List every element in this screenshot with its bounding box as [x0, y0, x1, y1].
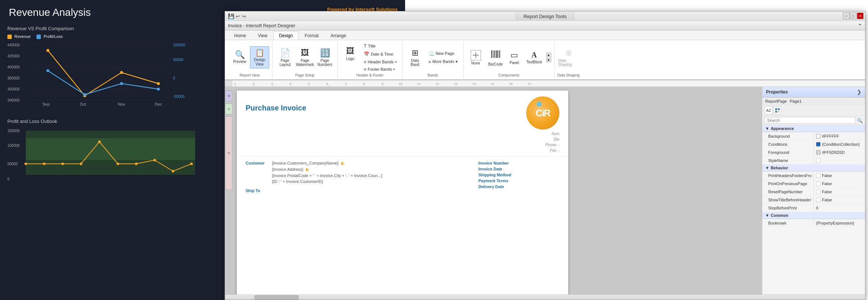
svg-text:15: 15: [491, 82, 494, 85]
svg-text:100000: 100000: [7, 144, 20, 148]
invoice-number-label: Invoice Number: [478, 161, 523, 165]
category-view-button[interactable]: [773, 106, 781, 114]
customer-row3: [Invoice.PostalCode + ' ' + Invoice.City…: [246, 173, 382, 178]
group-header-footer: 🖼 Logo T Title 📅 Date & Time: [338, 42, 403, 78]
prop-foreground-val[interactable]: #FF5D5D5D: [814, 148, 865, 156]
delivery-date-label: Delivery Date: [478, 184, 523, 189]
az-sort-button[interactable]: AZ: [765, 106, 773, 114]
prop-stylename-val[interactable]: [814, 156, 865, 164]
header-bands-button[interactable]: ≡ Header Bands ▾: [361, 59, 399, 65]
delivery-date-row: Delivery Date: [478, 184, 559, 189]
scroll-down[interactable]: ▼: [546, 58, 551, 62]
tab-view[interactable]: View: [252, 31, 273, 40]
prop-st-val[interactable]: False: [814, 196, 865, 204]
prop-resetpagenumber: ResetPageNumber False: [762, 188, 865, 196]
section-common-label: Common: [771, 213, 788, 218]
prop-phf-val[interactable]: False: [814, 172, 865, 179]
redo-icon[interactable]: ↪: [242, 13, 246, 19]
svg-text:Oct: Oct: [80, 102, 86, 106]
phf-swatch: [816, 173, 820, 178]
footer-bands-icon: ≡: [364, 67, 366, 71]
collapse-icon[interactable]: ⌃: [858, 23, 862, 29]
svg-point-44: [62, 163, 64, 165]
header-bands-arrow: ▾: [395, 60, 397, 64]
bands-content: ⊞ Data Band 📃 New Page ≡ More Bands ▾: [405, 42, 460, 73]
maximize-button[interactable]: □: [850, 13, 857, 19]
page-setup-buttons: 📄 Page Layout 🖼 Page Watermark 🔢 Page Nu…: [275, 42, 334, 73]
minimize-button[interactable]: ─: [843, 13, 850, 19]
page-layout-button[interactable]: 📄 Page Layout: [275, 46, 295, 68]
prop-stopbeforeprint: StopBeforePrint 0: [762, 204, 865, 212]
svg-rect-60: [495, 50, 496, 58]
preview-icon: 🔍: [235, 51, 245, 59]
prop-background-val[interactable]: #FFFFFF: [814, 132, 865, 140]
section-behavior[interactable]: ▼ Behavior: [762, 165, 865, 172]
date-time-button[interactable]: 📅 Date & Time: [361, 50, 399, 58]
prop-bookmark-val[interactable]: {PropertyExpression}: [814, 219, 865, 227]
panel-button[interactable]: ▭ Panel: [506, 49, 523, 66]
more-bands-icon: ≡: [429, 60, 431, 64]
page-watermark-button[interactable]: 🖼 Page Watermark: [295, 46, 314, 68]
canvas-area[interactable]: B H D Purchase Invoice CiR: [225, 87, 762, 294]
rpn-swatch: [816, 190, 820, 194]
svg-point-18: [120, 71, 123, 74]
prop-conditions-val[interactable]: {ConditionCollection}: [814, 140, 865, 148]
horizontal-scrollbar[interactable]: [225, 294, 865, 300]
prop-sbp-val[interactable]: 0: [814, 204, 865, 212]
svg-text:100000: 100000: [173, 43, 186, 47]
svg-text:7: 7: [345, 82, 347, 85]
design-view-button[interactable]: 📋 Design View: [250, 46, 269, 68]
undo-icon[interactable]: ↩: [236, 13, 240, 19]
svg-rect-93: [775, 108, 777, 110]
svg-text:5: 5: [308, 82, 310, 85]
legend-revenue: Revenue: [7, 34, 31, 39]
barcode-button[interactable]: BarCode: [486, 47, 505, 68]
section-behavior-arrow: ▼: [765, 166, 769, 170]
data-shaping-button[interactable]: ⊕ Data Shaping: [558, 47, 580, 68]
logo-dot: [537, 102, 542, 107]
legend-profit: Profit/Loss: [36, 34, 63, 39]
hf-logo-button[interactable]: 🖼 Logo: [341, 42, 360, 64]
invoice-number-row: Invoice Number: [478, 161, 559, 165]
svg-rect-58: [493, 50, 493, 58]
page-numbers-button[interactable]: 🔢 Page Numbers: [315, 46, 334, 68]
new-page-button[interactable]: 📃 New Page: [426, 50, 460, 57]
prop-rpn-val[interactable]: False: [814, 188, 865, 195]
none-icon: [471, 50, 481, 60]
title-button[interactable]: T Title: [361, 42, 399, 50]
svg-text:14: 14: [472, 82, 476, 85]
ship-to-label: Ship To: [246, 188, 260, 193]
anchor2: ◐: [306, 167, 309, 172]
scroll-up[interactable]: ▲: [546, 53, 551, 57]
data-band-button[interactable]: ⊞ Data Band: [405, 46, 425, 68]
save-icon[interactable]: 💾: [228, 13, 234, 19]
tab-design[interactable]: Design: [274, 31, 298, 40]
footer-bands-button[interactable]: ≡ Footer Bands ▾: [361, 66, 399, 73]
props-search-input[interactable]: [765, 117, 855, 124]
ribbon-top-area: 💾 ↩ ↪ Report Design Tools ─ □ ✕: [225, 11, 865, 21]
prop-pop-val[interactable]: False: [814, 180, 865, 187]
preview-button[interactable]: 🔍 Preview: [230, 46, 249, 68]
ribbon-groups: 🔍 Preview 📋 Design View Report View 📄 Pa…: [225, 40, 865, 80]
section-appearance[interactable]: ▼ Appearance: [762, 125, 865, 132]
props-subheader: ReportPage Page1: [762, 98, 865, 105]
prop-foreground: Foreground #FF5D5D5D: [762, 148, 865, 156]
svg-text:400000: 400000: [7, 65, 20, 69]
data-band-icon: ⊞: [412, 48, 418, 58]
svg-rect-57: [491, 50, 492, 58]
properties-expand-icon[interactable]: ❯: [857, 89, 861, 95]
tab-format[interactable]: Format: [299, 31, 324, 40]
more-bands-button[interactable]: ≡ More Bands ▾: [426, 58, 460, 65]
section-common[interactable]: ▼ Common: [762, 212, 865, 219]
search-icon: 🔍: [857, 118, 863, 123]
none-button[interactable]: None: [467, 49, 485, 67]
tab-home[interactable]: Home: [229, 31, 252, 40]
close-button[interactable]: ✕: [857, 13, 864, 19]
band-markers: B H D: [225, 91, 232, 294]
window-title: Invoice - Intersoft Report Designer: [228, 23, 295, 28]
textblock-button[interactable]: A TextBlock: [524, 49, 545, 66]
invoice-title: Purchase Invoice: [246, 104, 306, 112]
customer-row4: [ID : ' + Invoice.CustomerID]: [246, 179, 382, 184]
tab-arrange[interactable]: Arrange: [325, 31, 352, 40]
scroll-thumb[interactable]: [254, 295, 299, 300]
